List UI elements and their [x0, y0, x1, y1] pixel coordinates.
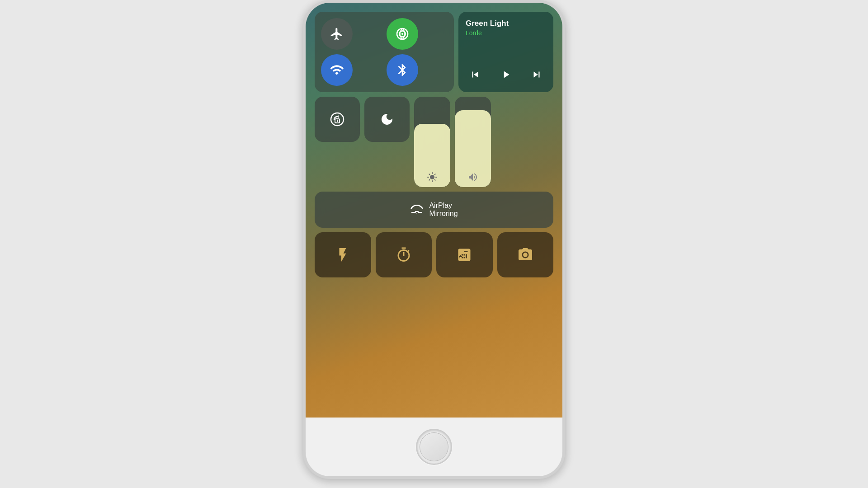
- airplay-label-line1: AirPlay: [429, 202, 452, 210]
- volume-icon: [467, 172, 478, 183]
- volume-slider[interactable]: [455, 97, 491, 187]
- flashlight-icon: [335, 247, 351, 263]
- phone-wrapper: Green Light Lorde: [294, 0, 574, 488]
- calculator-icon: [456, 247, 472, 263]
- wifi-button[interactable]: [321, 54, 353, 86]
- music-title: Green Light: [466, 19, 546, 28]
- music-controls: [466, 67, 546, 85]
- prev-button[interactable]: [466, 67, 485, 85]
- cellular-button[interactable]: [387, 18, 418, 50]
- home-button[interactable]: [416, 429, 452, 465]
- screen: Green Light Lorde: [306, 3, 562, 418]
- calculator-button[interactable]: [436, 232, 493, 277]
- connectivity-panel: [315, 12, 454, 92]
- next-icon: [531, 69, 542, 80]
- flashlight-button[interactable]: [315, 232, 371, 277]
- top-row: Green Light Lorde: [315, 12, 553, 92]
- airplay-row: AirPlay Mirroring: [315, 192, 553, 228]
- middle-row: [315, 97, 553, 187]
- timer-icon: [396, 247, 412, 263]
- brightness-icon: [427, 172, 438, 183]
- prev-icon: [469, 69, 481, 80]
- bluetooth-icon: [395, 63, 410, 77]
- rotation-lock-icon: [328, 110, 346, 128]
- airplane-mode-button[interactable]: [321, 18, 353, 50]
- airplay-text: AirPlay Mirroring: [429, 202, 458, 218]
- music-artist: Lorde: [466, 29, 546, 37]
- svg-point-5: [337, 120, 338, 121]
- airplay-icon: [410, 203, 424, 216]
- play-icon: [500, 69, 512, 80]
- play-button[interactable]: [496, 67, 515, 85]
- airplay-label-line2: Mirroring: [429, 210, 458, 218]
- airplane-icon: [330, 27, 344, 41]
- camera-button[interactable]: [497, 232, 554, 277]
- control-center: Green Light Lorde: [315, 12, 553, 277]
- do-not-disturb-button[interactable]: [364, 97, 410, 142]
- next-button[interactable]: [527, 67, 546, 85]
- timer-button[interactable]: [376, 232, 432, 277]
- apps-row: [315, 232, 553, 277]
- sliders-area: [414, 97, 553, 187]
- brightness-slider[interactable]: [414, 97, 450, 187]
- cellular-icon: [395, 27, 410, 41]
- phone-frame: Green Light Lorde: [303, 0, 565, 479]
- moon-icon: [380, 112, 394, 127]
- music-panel: Green Light Lorde: [458, 12, 553, 92]
- bluetooth-button[interactable]: [387, 54, 418, 86]
- svg-point-2: [401, 33, 403, 35]
- home-button-inner: [420, 432, 448, 461]
- wifi-icon: [330, 63, 344, 77]
- rotation-lock-button[interactable]: [315, 97, 360, 142]
- camera-icon: [517, 247, 533, 263]
- airplay-button[interactable]: AirPlay Mirroring: [315, 192, 553, 228]
- home-area: [306, 418, 562, 476]
